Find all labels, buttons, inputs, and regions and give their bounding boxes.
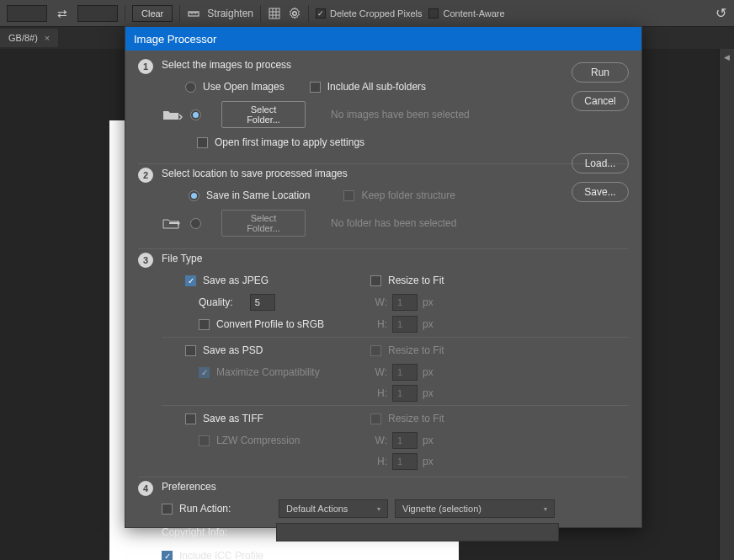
dialog-titlebar[interactable]: Image Processor [125, 27, 641, 51]
jpeg-w-input [392, 294, 418, 311]
no-folder-text: No folder has been selected [331, 217, 456, 229]
image-processor-dialog: Image Processor Run Cancel Load... Save.… [125, 26, 642, 528]
ratio-field-1[interactable] [7, 5, 47, 22]
keep-folder-structure-label: Keep folder structure [361, 189, 455, 201]
unit-label: px [423, 366, 433, 378]
section-title: Preferences [162, 481, 629, 493]
save-jpeg-checkbox[interactable] [185, 275, 196, 286]
copyright-label: Copyright Info: [162, 526, 269, 538]
straighten-icon[interactable] [187, 7, 200, 20]
unit-label: px [423, 387, 433, 399]
w-label: W: [370, 435, 387, 446]
action-set-dropdown[interactable]: Default Actions▾ [279, 499, 388, 518]
psd-resize-checkbox [370, 345, 381, 356]
select-save-folder-button[interactable]: Select Folder... [221, 210, 306, 237]
clear-button[interactable]: Clear [132, 5, 173, 22]
right-panel: ◀ [719, 49, 734, 560]
content-aware-checkbox[interactable]: Content-Aware [428, 8, 504, 19]
reset-icon[interactable]: ↺ [714, 7, 727, 20]
tab-label: GB/8#) [8, 33, 38, 43]
step-badge: 2 [138, 168, 153, 183]
straighten-label: Straighten [207, 8, 253, 19]
convert-srgb-label: Convert Profile to sRGB [216, 318, 324, 330]
jpeg-resize-checkbox[interactable] [370, 275, 381, 286]
gear-icon[interactable] [288, 7, 301, 20]
max-compat-label: Maximize Compatibility [216, 366, 320, 378]
section-title: File Type [162, 253, 629, 264]
document-tabs: GB/8#) × [0, 27, 58, 49]
resize-label: Resize to Fit [388, 275, 444, 286]
psd-h-input [392, 385, 418, 402]
crop-toolbar: ⇄ Clear Straighten Delete Cropped Pixels… [0, 0, 734, 27]
section-select-images: 1 Select the images to process Use Open … [138, 59, 629, 157]
h-label: H: [370, 456, 387, 467]
unit-label: px [423, 435, 433, 446]
cancel-button[interactable]: Cancel [572, 91, 629, 111]
use-open-images-radio[interactable] [185, 82, 196, 93]
save-button[interactable]: Save... [572, 182, 629, 202]
save-tiff-label: Save as TIFF [203, 413, 263, 424]
save-psd-label: Save as PSD [203, 344, 263, 356]
psd-w-input [392, 364, 418, 381]
save-tiff-checkbox[interactable] [185, 413, 196, 424]
dialog-title: Image Processor [134, 33, 216, 45]
no-images-text: No images have been selected [331, 109, 470, 120]
folder-in-icon [162, 108, 184, 121]
swap-icon[interactable]: ⇄ [54, 7, 71, 20]
save-jpeg-label: Save as JPEG [203, 275, 269, 286]
select-save-folder-radio[interactable] [190, 218, 201, 229]
lzw-label: LZW Compression [216, 435, 300, 446]
ratio-field-2[interactable] [77, 5, 118, 22]
step-badge: 1 [138, 59, 153, 74]
resize-label: Resize to Fit [388, 413, 444, 424]
save-same-location-label: Save in Same Location [206, 189, 310, 201]
section-title: Select the images to process [162, 59, 629, 71]
step-badge: 3 [138, 253, 153, 268]
include-icc-checkbox[interactable] [162, 551, 173, 561]
action-dropdown[interactable]: Vignette (selection)▾ [395, 499, 555, 518]
load-button[interactable]: Load... [572, 153, 629, 173]
h-label: H: [370, 318, 387, 330]
svg-rect-6 [269, 8, 279, 19]
tiff-w-input [392, 432, 418, 449]
include-subfolders-label: Include All sub-folders [327, 81, 426, 93]
section-save-location: 2 Select location to save processed imag… [138, 168, 629, 242]
use-open-images-label: Use Open Images [203, 81, 285, 93]
close-icon[interactable]: × [45, 33, 50, 43]
resize-label: Resize to Fit [388, 344, 444, 356]
copyright-input[interactable] [276, 523, 559, 541]
jpeg-h-input [392, 316, 418, 333]
keep-folder-structure-checkbox [343, 190, 354, 201]
w-label: W: [370, 296, 387, 308]
lzw-checkbox [199, 435, 210, 446]
convert-srgb-checkbox[interactable] [199, 319, 210, 330]
delete-cropped-checkbox[interactable]: Delete Cropped Pixels [316, 8, 422, 19]
select-folder-button[interactable]: Select Folder... [221, 101, 306, 128]
folder-out-icon [162, 216, 184, 230]
expand-arrow-icon[interactable]: ◀ [720, 49, 734, 61]
unit-label: px [423, 296, 433, 308]
select-folder-radio[interactable] [190, 109, 201, 120]
open-first-image-label: Open first image to apply settings [215, 136, 364, 148]
section-title: Select location to save processed images [162, 168, 629, 179]
unit-label: px [423, 456, 433, 467]
save-psd-checkbox[interactable] [185, 345, 196, 356]
document-tab[interactable]: GB/8#) × [0, 29, 58, 47]
save-same-location-radio[interactable] [189, 190, 199, 201]
run-action-label: Run Action: [179, 503, 272, 515]
include-icc-label: Include ICC Profile [179, 550, 263, 560]
include-subfolders-checkbox[interactable] [310, 82, 321, 93]
h-label: H: [370, 387, 387, 399]
run-button[interactable]: Run [572, 62, 629, 83]
run-action-checkbox[interactable] [162, 504, 173, 515]
unit-label: px [423, 318, 433, 330]
quality-label: Quality: [199, 296, 233, 308]
open-first-image-checkbox[interactable] [197, 137, 208, 148]
step-badge: 4 [138, 481, 153, 496]
section-preferences: 4 Preferences Run Action: Default Action… [138, 481, 629, 560]
quality-input[interactable] [250, 294, 275, 311]
grid-icon[interactable] [268, 7, 281, 20]
tiff-resize-checkbox [370, 413, 381, 424]
max-compat-checkbox [199, 367, 210, 378]
section-file-type: 3 File Type Save as JPEG Resize to Fit Q… [138, 253, 629, 470]
